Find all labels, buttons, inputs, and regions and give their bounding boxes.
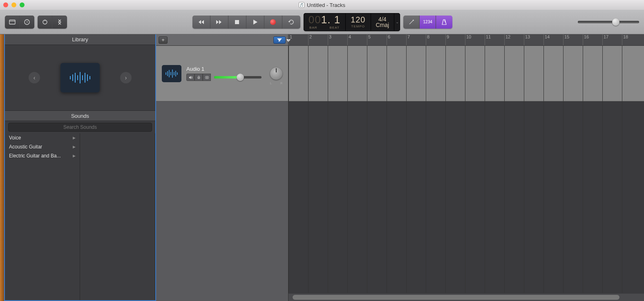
chevron-right-icon: ▶ bbox=[73, 154, 76, 158]
lcd-bar-dim: 00 bbox=[309, 13, 321, 26]
grid-line bbox=[328, 46, 328, 293]
ruler-tick: 2 bbox=[308, 34, 312, 45]
sound-category-list: Voice▶Acoustic Guitar▶Electric Guitar an… bbox=[5, 133, 80, 300]
master-volume-knob[interactable] bbox=[612, 18, 619, 26]
category-item[interactable]: Electric Guitar and Ba...▶ bbox=[5, 151, 80, 160]
ruler-tick: 5 bbox=[367, 34, 371, 45]
grid-line bbox=[504, 46, 505, 293]
master-volume-slider[interactable] bbox=[578, 21, 639, 23]
horizontal-scrollbar[interactable] bbox=[288, 294, 644, 301]
library-toggle-button[interactable] bbox=[5, 16, 20, 29]
library-preview: ‹ › bbox=[5, 45, 155, 110]
grid-line bbox=[387, 46, 387, 293]
lcd-tempo-label: TEMPO bbox=[351, 25, 365, 28]
library-prev-button[interactable]: ‹ bbox=[29, 72, 40, 83]
window-titlebar: 🎵 Untitled - Tracks bbox=[0, 0, 644, 10]
timeline-ruler[interactable]: 123456789101112131415161718 bbox=[288, 34, 644, 46]
zoom-window-button[interactable] bbox=[20, 2, 25, 7]
ruler-tick: 14 bbox=[543, 34, 550, 45]
traffic-lights bbox=[3, 2, 25, 7]
grid-line bbox=[406, 46, 407, 293]
pan-right-label: R bbox=[280, 82, 282, 85]
editors-button[interactable] bbox=[52, 16, 67, 29]
ruler-tick: 12 bbox=[504, 34, 510, 45]
window-title-text: Untitled - Tracks bbox=[307, 2, 345, 8]
library-panel: Library ‹ › Sounds Voice▶Acoustic Guitar… bbox=[4, 34, 156, 301]
track-filter-button[interactable] bbox=[273, 36, 286, 44]
grid-line bbox=[485, 46, 485, 293]
pan-left-label: L bbox=[270, 82, 272, 85]
tracks-area: + 123456789101112131415161718 bbox=[156, 34, 644, 301]
tuner-button[interactable] bbox=[403, 16, 420, 29]
solo-button[interactable] bbox=[195, 74, 203, 81]
ruler-tick: 7 bbox=[406, 34, 410, 45]
sound-subcategory-list bbox=[80, 133, 155, 300]
chevron-right-icon: ▶ bbox=[73, 145, 76, 149]
library-header: Library bbox=[5, 34, 155, 45]
quick-help-button[interactable]: ? bbox=[20, 16, 34, 29]
ruler-tick: 13 bbox=[524, 34, 530, 45]
search-sounds-input[interactable] bbox=[8, 123, 152, 132]
grid-line bbox=[288, 46, 289, 293]
metronome-button[interactable] bbox=[436, 16, 452, 29]
chevron-right-icon: ▶ bbox=[73, 136, 76, 140]
track-volume-slider[interactable] bbox=[214, 76, 262, 79]
lcd-key: Cmaj bbox=[376, 22, 389, 28]
window-title: 🎵 Untitled - Tracks bbox=[299, 2, 345, 8]
rewind-button[interactable] bbox=[192, 16, 210, 29]
arrange-area[interactable] bbox=[288, 46, 644, 301]
lcd-beat-label: BEAT bbox=[330, 26, 340, 29]
pan-knob[interactable]: LR bbox=[270, 67, 282, 80]
track-header[interactable]: Audio 1 LR bbox=[156, 46, 288, 101]
lcd-position[interactable]: 001. 1 BARBEAT bbox=[304, 13, 346, 31]
ruler-tick: 17 bbox=[602, 34, 608, 45]
grid-line bbox=[622, 46, 622, 293]
track-name[interactable]: Audio 1 bbox=[186, 66, 262, 72]
ruler-tick: 15 bbox=[563, 34, 569, 45]
grid-line bbox=[583, 46, 583, 293]
close-window-button[interactable] bbox=[3, 2, 8, 7]
grid-line bbox=[543, 46, 544, 293]
library-patch-icon bbox=[60, 63, 100, 92]
grid-line bbox=[602, 46, 603, 293]
track-volume-knob[interactable] bbox=[237, 74, 244, 81]
ruler-tick: 9 bbox=[445, 34, 449, 45]
stop-button[interactable] bbox=[228, 16, 246, 29]
track-header-toolbar: + bbox=[156, 34, 288, 46]
library-next-button[interactable]: › bbox=[120, 72, 132, 83]
ruler-tick: 8 bbox=[426, 34, 429, 45]
grid-line bbox=[563, 46, 564, 293]
count-in-label: 1234 bbox=[423, 20, 432, 24]
mute-button[interactable] bbox=[186, 74, 195, 81]
document-icon: 🎵 bbox=[299, 2, 304, 8]
record-button[interactable] bbox=[264, 16, 282, 29]
minimize-window-button[interactable] bbox=[11, 2, 16, 7]
grid-line bbox=[426, 46, 426, 293]
lcd-key-signature[interactable]: 4/4 Cmaj bbox=[371, 13, 395, 31]
record-icon bbox=[270, 19, 276, 25]
ruler-tick: 11 bbox=[485, 34, 491, 45]
category-item[interactable]: Acoustic Guitar▶ bbox=[5, 142, 80, 151]
count-in-button[interactable]: 1234 bbox=[420, 16, 436, 29]
lcd-tempo[interactable]: 120 TEMPO bbox=[346, 13, 371, 31]
input-monitor-button[interactable] bbox=[203, 74, 211, 81]
track-headers-column: Audio 1 LR bbox=[156, 46, 288, 301]
play-button[interactable] bbox=[246, 16, 264, 29]
svg-point-28 bbox=[206, 77, 208, 78]
grid-line bbox=[367, 46, 367, 293]
toolbar: ? 001. 1 BARBEAT 120 TEMPO 4/4 Cmaj ⌄ bbox=[0, 10, 644, 34]
category-item[interactable]: Voice▶ bbox=[5, 133, 80, 142]
track-lane[interactable] bbox=[288, 46, 644, 101]
svg-rect-0 bbox=[9, 20, 15, 24]
forward-button[interactable] bbox=[210, 16, 228, 29]
add-track-button[interactable]: + bbox=[159, 36, 168, 44]
svg-rect-6 bbox=[235, 20, 239, 24]
ruler-tick: 6 bbox=[387, 34, 390, 45]
cycle-button[interactable] bbox=[282, 16, 300, 29]
lcd-mode-dropdown[interactable]: ⌄ bbox=[394, 13, 400, 31]
smart-controls-button[interactable] bbox=[38, 16, 52, 29]
transport-controls bbox=[192, 16, 300, 29]
horizontal-scrollbar-thumb[interactable] bbox=[293, 295, 619, 300]
ruler-tick: 4 bbox=[347, 34, 351, 45]
ruler-tick: 16 bbox=[583, 34, 589, 45]
